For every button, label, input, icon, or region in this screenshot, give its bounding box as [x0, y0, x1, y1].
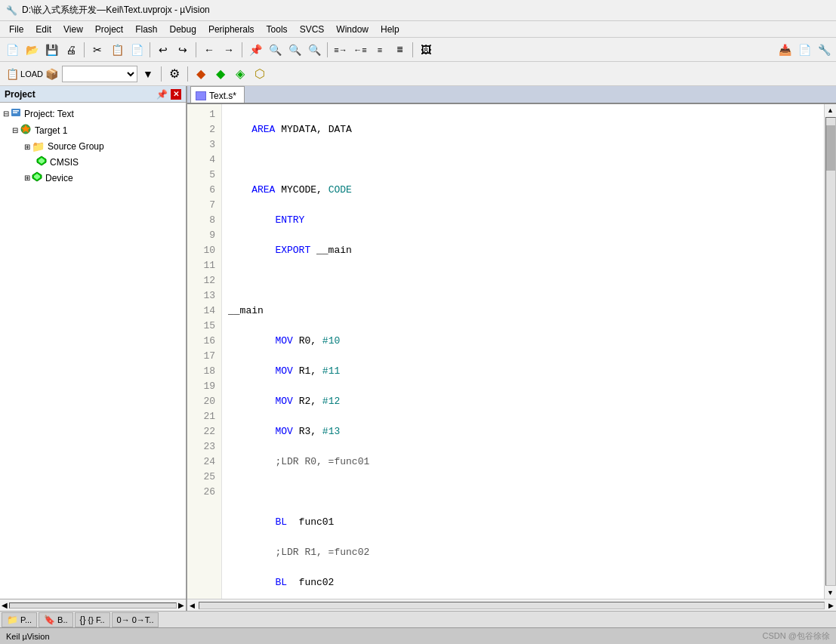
build1-btn[interactable]: 📋	[3, 65, 21, 83]
source-group-label: Source Group	[48, 141, 104, 152]
menu-item-edit[interactable]: Edit	[29, 23, 57, 36]
project-panel-header: Project 📌 ✕	[0, 86, 186, 103]
code-line-6	[228, 273, 818, 288]
debug1-btn[interactable]: ⚙	[165, 65, 184, 83]
hscroll-left[interactable]: ◀	[187, 602, 197, 609]
new-file-btn[interactable]: 📄	[3, 41, 21, 59]
editor-tab-texts[interactable]: Text.s*	[190, 86, 245, 103]
misc1-btn[interactable]: 🖼	[417, 41, 435, 59]
project-panel: Project 📌 ✕ ⊟ Project: Text ⊟	[0, 86, 187, 611]
indent2-btn[interactable]: ←≡	[351, 41, 369, 59]
bottom-tabs-bar: 📁 P... 🔖 B.. {} {} F.. 0→ 0→T..	[0, 611, 836, 627]
bottom-tab-functions[interactable]: {} {} F..	[75, 612, 110, 627]
menu-item-tools[interactable]: Tools	[261, 23, 294, 36]
bookmark1-btn[interactable]: 📌	[246, 41, 264, 59]
indent4-btn[interactable]: ≣	[390, 41, 409, 59]
project-icon	[11, 107, 21, 120]
menu-item-peripherals[interactable]: Peripherals	[202, 23, 261, 36]
books-tab-icon: 🔖	[44, 615, 55, 625]
find3-btn[interactable]: 🔍	[305, 41, 323, 59]
back-btn[interactable]: ←	[200, 41, 218, 59]
indent1-btn[interactable]: ≡→	[332, 41, 350, 59]
stop-btn[interactable]: ◈	[231, 65, 249, 83]
pin-icon[interactable]: 📌	[156, 89, 168, 100]
menu-item-flash[interactable]: Flash	[129, 23, 163, 36]
code-line-10: MOV R2, #12	[228, 394, 818, 409]
code-line-11: MOV R3, #13	[228, 424, 818, 439]
editor-hscroll: ◀ ▶	[187, 599, 836, 611]
folder-icon: 📁	[32, 140, 45, 153]
target-opt-btn[interactable]: ⬡	[251, 65, 269, 83]
toolbar2: 📋 LOAD 📦 Target 1 ▼ ⚙ ◆ ◆ ◈ ⬡	[0, 62, 836, 86]
scroll-left-arrow[interactable]: ◀	[2, 601, 8, 609]
vscroll-down-arrow[interactable]: ▼	[827, 587, 834, 599]
close-panel-icon[interactable]: ✕	[171, 89, 181, 100]
bottom-tab-templates[interactable]: 0→ 0→T..	[112, 612, 159, 627]
status-right: CSDN @包谷徐徐	[763, 630, 830, 642]
tree-item-project[interactable]: ⊟ Project: Text	[0, 106, 186, 122]
menu-item-help[interactable]: Help	[375, 23, 406, 36]
expand-src-icon: ⊞	[24, 143, 30, 151]
build3-btn[interactable]: 📦	[42, 65, 60, 83]
hscroll-track[interactable]	[9, 602, 177, 609]
code-line-4: ENTRY	[228, 213, 818, 228]
svg-rect-2	[13, 112, 17, 114]
code-line-13	[228, 485, 818, 500]
code-line-1: AREA MYDATA, DATA	[228, 122, 818, 137]
indent3-btn[interactable]: ≡	[371, 41, 389, 59]
target-select[interactable]: Target 1	[62, 66, 137, 82]
save-btn[interactable]: 💾	[42, 41, 60, 59]
sep7	[161, 66, 162, 82]
step-btn[interactable]: ◆	[211, 65, 230, 83]
sep8	[187, 66, 188, 82]
menu-item-file[interactable]: File	[3, 23, 29, 36]
vscroll-track[interactable]	[825, 117, 836, 586]
tree-item-source-group[interactable]: ⊞ 📁 Source Group	[0, 139, 186, 154]
tree-item-cmsis[interactable]: CMSIS	[0, 154, 186, 170]
target-label: Target 1	[35, 125, 67, 136]
build2-btn[interactable]: LOAD	[23, 65, 41, 83]
find2-btn[interactable]: 🔍	[285, 41, 304, 59]
project-tab-icon: 📁	[7, 615, 18, 625]
menu-item-debug[interactable]: Debug	[164, 23, 202, 36]
code-editor[interactable]: 1 2 3 4 5 6 7 8 9 10 11 12 13 14 15 16 1	[187, 104, 824, 599]
code-line-9: MOV R1, #11	[228, 364, 818, 379]
code-content[interactable]: AREA MYDATA, DATA AREA MYCODE, CODE ENTR…	[222, 104, 824, 599]
run-btn[interactable]: ◆	[192, 65, 210, 83]
sep1	[84, 42, 85, 57]
bottom-tab-books[interactable]: 🔖 B..	[39, 612, 72, 627]
scroll-right-arrow[interactable]: ▶	[178, 601, 184, 609]
code-line-8: MOV R0, #10	[228, 334, 818, 349]
misc4-btn[interactable]: 🔧	[815, 41, 833, 59]
code-line-2	[228, 153, 818, 168]
find-btn[interactable]: 🔍	[266, 41, 284, 59]
redo-btn[interactable]: ↪	[174, 41, 192, 59]
misc2-btn[interactable]: 📥	[776, 41, 794, 59]
misc3-btn[interactable]: 📄	[795, 41, 813, 59]
code-line-14: BL func01	[228, 515, 818, 530]
vscroll-thumb[interactable]	[826, 125, 835, 171]
code-line-12: ;LDR R0, =func01	[228, 454, 818, 470]
hscroll-right[interactable]: ▶	[826, 602, 836, 609]
menu-item-svcs[interactable]: SVCS	[294, 23, 331, 36]
menu-bar: FileEditViewProjectFlashDebugPeripherals…	[0, 21, 836, 38]
menu-item-window[interactable]: Window	[330, 23, 375, 36]
code-line-5: EXPORT __main	[228, 243, 818, 258]
device-icon	[32, 171, 42, 184]
vscroll-up-arrow[interactable]: ▲	[827, 104, 834, 116]
target-select-arrow[interactable]: ▼	[139, 65, 157, 83]
cut-btn[interactable]: ✂	[88, 41, 106, 59]
bottom-tab-project[interactable]: 📁 P...	[2, 612, 37, 627]
tree-item-device[interactable]: ⊞ Device	[0, 170, 186, 186]
sep6	[412, 42, 413, 57]
menu-item-project[interactable]: Project	[89, 23, 129, 36]
tree-item-target[interactable]: ⊟ Target 1	[0, 122, 186, 139]
save-all-btn[interactable]: 🖨	[62, 41, 80, 59]
fwd-btn[interactable]: →	[220, 41, 238, 59]
open-btn[interactable]: 📂	[23, 41, 41, 59]
menu-item-view[interactable]: View	[57, 23, 89, 36]
hscroll-track[interactable]	[199, 602, 825, 609]
copy-btn[interactable]: 📋	[108, 41, 126, 59]
paste-btn[interactable]: 📄	[128, 41, 146, 59]
undo-btn[interactable]: ↩	[154, 41, 172, 59]
